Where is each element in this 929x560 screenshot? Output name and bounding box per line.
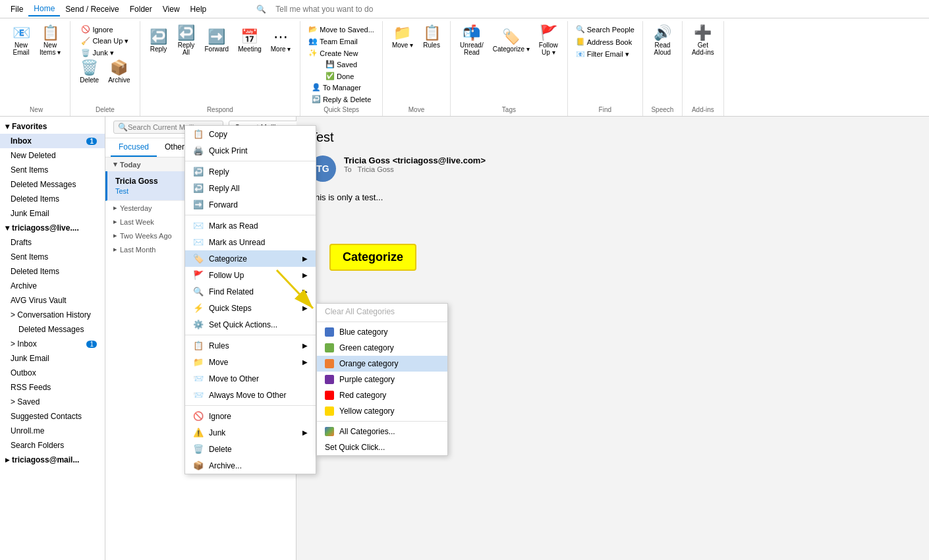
saved-button[interactable]: 💾 Saved <box>323 59 360 70</box>
submenu-purple[interactable]: Purple category <box>317 372 447 387</box>
sidebar-item-drafts[interactable]: Drafts <box>0 235 105 250</box>
section-today-collapse[interactable]: ▾ <box>113 160 117 169</box>
get-addins-button[interactable]: ➕ GetAdd-ins <box>688 24 718 58</box>
search-people-button[interactable]: 🔍 Search People <box>573 24 637 35</box>
find-col: 🔍 Search People 📒 Address Book 📧 Filter … <box>573 24 637 60</box>
ctx-delete[interactable]: 🗑️ Delete <box>185 441 316 457</box>
ctx-mark-unread[interactable]: ✉️ Mark as Unread <box>185 234 316 250</box>
ctx-quick-print[interactable]: 🖨️ Quick Print <box>185 142 316 159</box>
ctx-ignore[interactable]: 🚫 Ignore <box>185 408 316 424</box>
cleanup-button[interactable]: 🧹 Clean Up ▾ <box>78 36 131 47</box>
rules-button[interactable]: 📋 Rules <box>418 24 445 51</box>
sidebar-item-deleted-items[interactable]: Deleted Items <box>0 192 105 206</box>
ctx-set-quick-actions[interactable]: ⚙️ Set Quick Actions... <box>185 316 316 333</box>
sidebar-item-junk-email2[interactable]: Junk Email <box>0 351 105 366</box>
ctx-reply-all[interactable]: ↩️ Reply All <box>185 180 316 196</box>
team-email-button[interactable]: 👥 Team Email <box>306 36 377 47</box>
new-email-button[interactable]: 📧 NewEmail <box>8 24 34 58</box>
submenu-blue[interactable]: Blue category <box>317 324 447 340</box>
sidebar-item-avg[interactable]: AVG Virus Vault <box>0 293 105 308</box>
ribbon-group-find: 🔍 Search People 📒 Address Book 📧 Filter … <box>568 21 643 116</box>
to-manager-button[interactable]: 👤 To Manager <box>309 82 374 93</box>
move-to-saved-button[interactable]: 📂 Move to Saved... <box>306 24 377 35</box>
submenu-yellow[interactable]: Yellow category <box>317 403 447 419</box>
ctx-archive[interactable]: 📦 Archive... <box>185 457 316 474</box>
tab-focused[interactable]: Focused <box>111 138 157 157</box>
sidebar-item-search-folders[interactable]: Search Folders <box>0 438 105 453</box>
search-icon: 🔍 <box>251 3 271 16</box>
ctx-move[interactable]: 📁 Move ▶ <box>185 354 316 370</box>
create-new-button[interactable]: ✨ Create New <box>306 47 377 59</box>
junk-button[interactable]: 🗑️ Junk ▾ <box>78 47 131 59</box>
sidebar-item-junk-email[interactable]: Junk Email <box>0 206 105 221</box>
delete-button[interactable]: 🗑️ Delete <box>76 59 103 86</box>
address-book-button[interactable]: 📒 Address Book <box>573 36 637 47</box>
move-ribbon-icon: 📁 <box>393 26 411 40</box>
ctx-forward[interactable]: ➡️ Forward <box>185 196 316 213</box>
menu-view[interactable]: View <box>157 3 185 16</box>
sidebar-item-deleted-messages[interactable]: Deleted Messages <box>0 177 105 192</box>
menu-send-receive[interactable]: Send / Receive <box>60 3 124 16</box>
menu-help[interactable]: Help <box>185 3 212 16</box>
submenu-all-categories[interactable]: All Categories... <box>317 424 447 439</box>
ctx-follow-up[interactable]: 🚩 Follow Up ▶ <box>185 267 316 283</box>
sidebar-item-suggested-contacts[interactable]: Suggested Contacts <box>0 409 105 424</box>
last-week-collapse-icon: ▸ <box>113 217 117 226</box>
move-to-saved-icon: 📂 <box>308 25 318 34</box>
ctx-always-move[interactable]: 📨 Always Move to Other <box>185 387 316 403</box>
sidebar-item-sent-items2[interactable]: Sent Items <box>0 250 105 264</box>
move-ribbon-button[interactable]: 📁 Move ▾ <box>388 24 417 51</box>
sidebar-item-conversation-history[interactable]: > Conversation History <box>0 308 105 322</box>
reply-delete-icon: ↩️ <box>312 95 321 103</box>
sidebar-item-inbox[interactable]: Inbox 1 <box>0 134 105 148</box>
unread-read-button[interactable]: 📬 Unread/Read <box>456 24 488 58</box>
menu-file[interactable]: File <box>5 3 28 16</box>
favorites-header[interactable]: ▾ Favorites <box>0 119 105 134</box>
sidebar-item-deleted-messages2[interactable]: Deleted Messages <box>0 322 105 337</box>
top-search-input[interactable] <box>271 3 436 15</box>
archive-button[interactable]: 📦 Archive <box>104 59 134 86</box>
sidebar-item-unrollme[interactable]: Unroll.me <box>0 424 105 438</box>
submenu-green[interactable]: Green category <box>317 340 447 356</box>
sidebar-item-new-deleted[interactable]: New Deleted <box>0 148 105 163</box>
done-button[interactable]: ✅ Done <box>323 70 360 82</box>
sidebar-item-sent-items[interactable]: Sent Items <box>0 163 105 177</box>
reply-all-button[interactable]: ↩️ ReplyAll <box>173 24 200 58</box>
sidebar-item-deleted-items2[interactable]: Deleted Items <box>0 264 105 279</box>
menu-folder[interactable]: Folder <box>125 3 157 16</box>
read-aloud-button[interactable]: 🔊 ReadAloud <box>649 24 675 58</box>
categorize-ribbon-button[interactable]: 🏷️ Categorize ▾ <box>489 24 534 58</box>
submenu-clear-all[interactable]: Clear All Categories <box>317 304 447 320</box>
ctx-copy[interactable]: 📋 Copy <box>185 126 316 142</box>
sidebar-item-outbox[interactable]: Outbox <box>0 366 105 380</box>
ctx-reply[interactable]: ↩️ Reply <box>185 163 316 180</box>
ctx-mark-read[interactable]: ✉️ Mark as Read <box>185 217 316 234</box>
account2-header[interactable]: ▸ triciagoss@mail... <box>0 453 105 467</box>
email-search-icon: 🔍 <box>118 123 128 132</box>
menu-home[interactable]: Home <box>28 2 60 16</box>
new-items-button[interactable]: 📋 NewItems ▾ <box>36 24 65 58</box>
sidebar-item-archive[interactable]: Archive <box>0 279 105 293</box>
create-new-icon: ✨ <box>308 49 318 57</box>
submenu-orange[interactable]: Orange category <box>317 356 447 372</box>
ignore-button[interactable]: 🚫 Ignore <box>78 24 131 35</box>
ctx-quick-steps[interactable]: ⚡ Quick Steps ▶ <box>185 300 316 316</box>
ctx-junk[interactable]: ⚠️ Junk ▶ <box>185 424 316 441</box>
ctx-move-to-other[interactable]: 📨 Move to Other <box>185 370 316 387</box>
follow-up-ribbon-button[interactable]: 🚩 FollowUp ▾ <box>535 24 562 58</box>
reply-delete-button[interactable]: ↩️ Reply & Delete <box>309 94 374 105</box>
forward-button[interactable]: ➡️ Forward <box>201 24 233 58</box>
account1-header[interactable]: ▾ triciagoss@live.... <box>0 221 105 235</box>
sidebar-item-inbox2[interactable]: > Inbox 1 <box>0 337 105 351</box>
more-respond-button[interactable]: ⋯ More ▾ <box>267 24 295 58</box>
meeting-button[interactable]: 📅 Meeting <box>234 24 266 58</box>
reply-button[interactable]: ↩️ Reply <box>146 24 172 58</box>
submenu-set-quick-click[interactable]: Set Quick Click... <box>317 439 447 455</box>
sidebar-item-saved[interactable]: > Saved <box>0 395 105 409</box>
submenu-red[interactable]: Red category <box>317 387 447 403</box>
ctx-find-related[interactable]: 🔍 Find Related ▶ <box>185 283 316 300</box>
ctx-categorize[interactable]: 🏷️ Categorize ▶ <box>185 250 316 267</box>
ctx-rules[interactable]: 📋 Rules ▶ <box>185 337 316 354</box>
filter-email-button[interactable]: 📧 Filter Email ▾ <box>573 49 637 60</box>
sidebar-item-rss-feeds[interactable]: RSS Feeds <box>0 380 105 395</box>
